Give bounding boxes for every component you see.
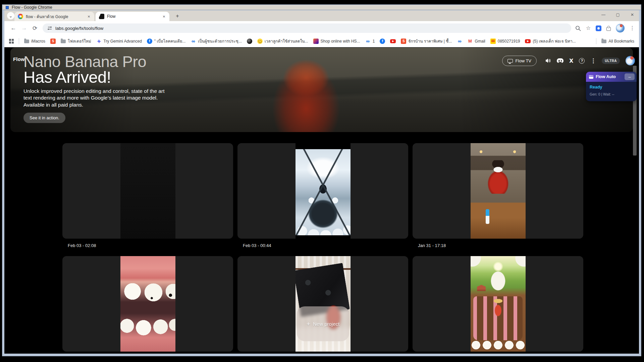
chevron-down-icon: ⌄	[9, 14, 13, 18]
flow-tv-label: Flow TV	[516, 58, 531, 63]
reload-button[interactable]: ⟳	[30, 23, 40, 33]
bookmark-label: Gmail	[475, 39, 485, 44]
bookmark-meta-3[interactable]: ∞	[457, 39, 462, 44]
bookmark-gemini[interactable]: ✦ Try Gemini Advanced	[96, 39, 142, 44]
window-title-bar: Flow - Google Chrome	[3, 5, 641, 10]
tv-icon	[507, 59, 513, 63]
flow-app-content: Flow Nano Banana Pro Has Arrived! Unlock…	[4, 47, 639, 354]
flow-auto-panel: Flow Auto – Ready Gen: 0 | Wait: --	[586, 72, 637, 101]
bookmark-new-folder[interactable]: โฟลเดอร์ใหม่	[61, 38, 91, 44]
minimize-panel-button[interactable]: –	[625, 73, 635, 80]
all-bookmarks-button[interactable]: All Bookmarks	[601, 39, 634, 44]
bookmark-label: 0850271919	[498, 39, 520, 44]
meta-icon: ∞	[365, 39, 371, 44]
tab-title: flow - ค้นหาด้วย Google	[26, 13, 84, 20]
bookmark-meta-2[interactable]: ∞ 1	[365, 39, 375, 44]
help-icon[interactable]: ?	[579, 58, 585, 64]
plus-icon: +	[307, 321, 310, 327]
forward-button[interactable]: →	[19, 23, 29, 33]
flow-auto-title: Flow Auto	[596, 74, 622, 79]
project-card[interactable]	[62, 256, 233, 352]
teeth-row-shape	[471, 337, 526, 352]
bookmark-meta-1[interactable]: ∞ เป็นผู้ชนะด้วยการประชุ...	[191, 38, 241, 44]
sound-icon[interactable]	[545, 58, 551, 63]
minimize-window-icon[interactable]: —	[601, 13, 606, 17]
project-card[interactable]	[62, 143, 233, 239]
site-settings-icon[interactable]	[47, 26, 52, 31]
project-thumbnail	[120, 143, 175, 239]
address-bar[interactable]: labs.google/fx/tools/flow	[43, 23, 571, 33]
flow-auto-status: Ready	[590, 85, 637, 89]
bookmark-gmail[interactable]: M Gmail	[467, 39, 485, 44]
hero-title-line2: Has Arrived!	[23, 68, 111, 86]
bookmark-shopee[interactable]: S	[50, 39, 56, 44]
bookmark-lazada[interactable]: Shop online with HS...	[313, 39, 360, 44]
facebook-icon: f	[147, 39, 152, 44]
bookmark-label: iMacros	[31, 39, 45, 44]
extensions-puzzle-icon[interactable]	[606, 27, 611, 31]
see-it-in-action-button[interactable]: See it in action.	[23, 113, 65, 123]
bookmark-facebook-2[interactable]: f	[380, 39, 385, 44]
project-card[interactable]	[237, 143, 408, 239]
maximize-window-icon[interactable]: ▢	[615, 13, 621, 17]
bookmark-globe[interactable]	[247, 39, 252, 44]
zoom-search-icon[interactable]	[575, 25, 581, 31]
profile-avatar[interactable]	[616, 24, 625, 33]
bookmark-youtube-1[interactable]	[390, 39, 396, 43]
project-card[interactable]	[413, 143, 583, 239]
tab-title: Flow	[107, 14, 159, 19]
apps-grid-icon[interactable]	[9, 39, 14, 44]
window-icon	[6, 6, 9, 9]
divider	[19, 38, 19, 44]
tab-flow[interactable]: Flow ✕	[96, 12, 169, 21]
meta-icon: ∞	[457, 39, 462, 44]
barn-shape	[477, 285, 486, 291]
browser-window: Flow - Google Chrome ⌄ flow - ค้นหาด้วย …	[2, 4, 641, 356]
bookmark-label: (5) เพลงเด็ก พ่อเจ นิทา...	[533, 38, 576, 44]
flow-tv-button[interactable]: Flow TV	[502, 56, 537, 66]
more-options-icon[interactable]: ⋮	[590, 57, 596, 64]
bookmark-label: จักรบ้าน ราคาพิเศษ | ซื้...	[408, 38, 452, 44]
screen: Flow - Google Chrome ⌄ flow - ค้นหาด้วย …	[0, 0, 644, 362]
globe-icon	[247, 39, 252, 44]
bookmark-facebook-1[interactable]: f " เบื่อโลคฅนเดีย...	[147, 38, 186, 44]
clapperboard-icon	[589, 75, 593, 79]
bookmark-label: " เบื่อโลคฅนเดีย...	[154, 38, 186, 44]
toothpaste-shape	[486, 209, 489, 224]
bookmark-label: Shop online with HS...	[321, 39, 360, 44]
top-nav: Flow TV X ? ⋮ ULTRA	[502, 55, 635, 66]
bookmark-imacros[interactable]: iMacros	[24, 39, 45, 44]
project-card[interactable]	[413, 256, 583, 352]
discord-icon[interactable]	[557, 58, 564, 63]
bookmark-shopee-2[interactable]: S จักรบ้าน ราคาพิเศษ | ซื้...	[401, 38, 452, 44]
flow-logo[interactable]: Flow	[13, 56, 25, 62]
bookmark-star-icon[interactable]: ☆	[586, 25, 591, 31]
project-date: Feb 03 - 00:44	[237, 239, 408, 256]
grid-column: Feb 03 - 02:08	[62, 143, 233, 352]
bookmark-youtube-2[interactable]: (5) เพลงเด็ก พ่อเจ นิทา...	[525, 38, 576, 44]
close-tab-icon[interactable]: ✕	[161, 14, 167, 19]
tab-search-button[interactable]: ⌄	[7, 12, 14, 19]
close-window-icon[interactable]: ✕	[630, 13, 635, 17]
ultra-badge: ULTRA	[602, 58, 620, 64]
pinned-extension-icon[interactable]	[596, 25, 601, 31]
bookmark-smiley[interactable]: เวลาลูกค้าใช้ส่วนลดใน...	[257, 38, 308, 44]
project-thumbnail	[120, 256, 175, 352]
flow-favicon-icon	[99, 14, 104, 19]
close-tab-icon[interactable]: ✕	[86, 14, 92, 19]
all-bookmarks-label: All Bookmarks	[608, 39, 634, 44]
bookmark-phone[interactable]: 0850271919	[490, 39, 520, 44]
new-project-button[interactable]: + New project	[297, 306, 349, 341]
project-thumbnail	[296, 143, 351, 239]
window-title: Flow - Google Chrome	[12, 5, 52, 10]
gmail-icon: M	[467, 39, 473, 44]
google-favicon-icon	[18, 14, 23, 19]
x-twitter-icon[interactable]: X	[569, 58, 573, 64]
user-avatar[interactable]	[626, 56, 635, 65]
back-button[interactable]: ←	[8, 23, 18, 33]
hero-description: Unlock improved precision editing and co…	[23, 88, 172, 108]
new-project-label: New project	[313, 321, 339, 327]
new-tab-button[interactable]: +	[174, 12, 181, 20]
chrome-menu-icon[interactable]: ⋮	[630, 25, 635, 31]
tab-google-search[interactable]: flow - ค้นหาด้วย Google ✕	[14, 12, 94, 21]
